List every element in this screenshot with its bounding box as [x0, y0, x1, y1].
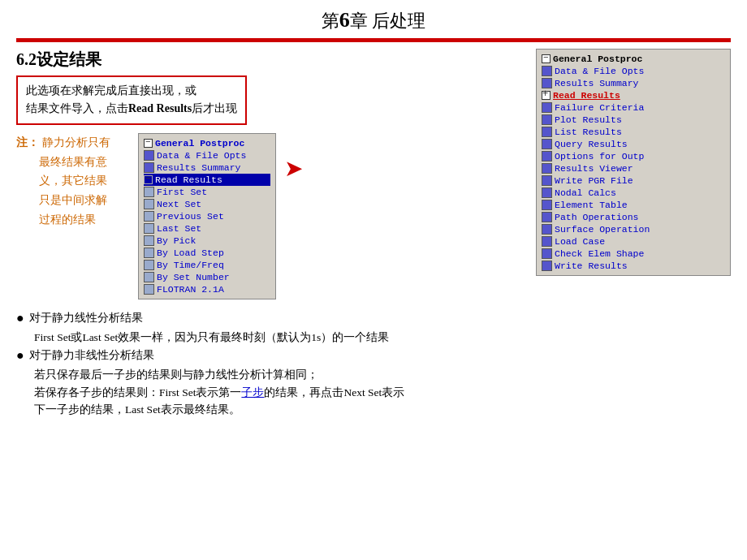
right-menu-list-results[interactable]: List Results: [542, 126, 725, 138]
menu-item-icon: [144, 162, 154, 173]
menu-item-icon: [144, 260, 154, 270]
right-menu-nodal-calcs[interactable]: Nodal Calcs: [542, 187, 725, 199]
right-minus-icon: [542, 54, 551, 63]
right-menu-path-operations[interactable]: Path Operations: [542, 211, 725, 223]
title-suffix: 章 后处理: [350, 11, 426, 31]
right-menu-data-file[interactable]: Data & File Opts: [542, 65, 725, 77]
inner-menu-results-summary[interactable]: Results Summary: [144, 162, 270, 174]
menu-item-icon: [542, 78, 552, 88]
bullet1: ● 对于静力线性分析结果: [16, 309, 731, 327]
right-menu-title: General Postproc: [542, 53, 725, 65]
menu-item-icon: [144, 235, 154, 246]
notice-line2: 结果文件导入，点击Read Results后才出现: [26, 100, 237, 118]
menu-item-icon: [144, 248, 154, 258]
bullet2: ● 对于静力非线性分析结果: [16, 347, 731, 364]
red-divider: [16, 38, 731, 42]
arrow-container: ➤: [284, 157, 301, 299]
inner-menu-flotran[interactable]: FLOTRAN 2.1A: [144, 283, 270, 295]
bullet-icon-1: ●: [16, 309, 24, 327]
inner-menu-previous-set[interactable]: Previous Set: [144, 210, 270, 222]
menu-item-icon: [144, 150, 154, 161]
menu-item-icon: [542, 114, 552, 125]
menu-item-icon: [542, 139, 552, 149]
inner-menu: General Postproc Data & File Opts Result…: [138, 133, 276, 299]
inner-menu-by-load-step[interactable]: By Load Step: [144, 247, 270, 259]
minus-icon-read: [144, 175, 153, 184]
menu-item-icon: [144, 199, 154, 209]
menu-item-icon: [542, 236, 552, 247]
chapter-num: 6: [339, 8, 350, 32]
menu-item-icon: [144, 284, 154, 295]
note-line5: 过程的结果: [39, 213, 96, 226]
inner-menu-last-set[interactable]: Last Set: [144, 222, 270, 235]
right-menu-write-results[interactable]: Write Results: [542, 260, 725, 272]
menu-item-icon: [542, 175, 552, 186]
bullet2-detail: 若只保存最后一子步的结果则与静力线性分析计算相同； 若保存各子步的结果则：Fir…: [16, 366, 731, 419]
menu-item-icon: [144, 187, 154, 197]
right-menu-query-results[interactable]: Query Results: [542, 138, 725, 150]
bullet-icon-2: ●: [16, 347, 24, 364]
section-title: 6.2设定结果: [16, 49, 528, 71]
menu-item-icon: [542, 127, 552, 137]
inner-menu-by-set-number[interactable]: By Set Number: [144, 271, 270, 283]
right-menu-load-case[interactable]: Load Case: [542, 235, 725, 248]
right-menu-surface-operation[interactable]: Surface Operation: [542, 223, 725, 235]
inner-menu-first-set[interactable]: First Set: [144, 186, 270, 198]
plus-icon: [542, 91, 551, 100]
right-menu-check-elem-shape[interactable]: Check Elem Shape: [542, 248, 725, 260]
menu-item-icon: [542, 66, 552, 76]
menu-item-icon: [542, 151, 552, 162]
right-menu-read-results[interactable]: Read Results: [542, 89, 725, 101]
right-menu-failure-criteria[interactable]: Failure Criteria: [542, 101, 725, 114]
menu-item-icon: [542, 200, 552, 210]
notice-box: 此选项在求解完成后直接出现，或 结果文件导入，点击Read Results后才出…: [16, 75, 247, 125]
right-menu-plot-results[interactable]: Plot Results: [542, 114, 725, 126]
notice-line1: 此选项在求解完成后直接出现，或: [26, 82, 237, 100]
right-menu-options-outp[interactable]: Options for Outp: [542, 150, 725, 162]
inner-menu-data-file[interactable]: Data & File Opts: [144, 149, 270, 162]
bullet1-detail: First Set或Last Set效果一样，因为只有最终时刻（默认为1s）的一…: [16, 329, 731, 347]
menu-item-icon: [542, 102, 552, 113]
menu-item-icon: [144, 211, 154, 222]
note-line2: 最终结果有意: [39, 156, 107, 168]
red-arrow: ➤: [284, 157, 303, 180]
inner-menu-read-results[interactable]: Read Results: [144, 174, 270, 186]
right-menu-write-pgr[interactable]: Write PGR File: [542, 174, 725, 187]
middle-area: 注： 静力分析只有 最终结果有意 义，其它结果 只是中间求解 过程的结果: [16, 133, 528, 299]
inner-menu-by-pick[interactable]: By Pick: [144, 235, 270, 247]
inner-menu-by-time-freq[interactable]: By Time/Freq: [144, 259, 270, 271]
menu-item-icon: [542, 163, 552, 174]
zibao-link[interactable]: 子步: [241, 386, 264, 398]
left-section: 6.2设定结果 此选项在求解完成后直接出现，或 结果文件导入，点击Read Re…: [16, 49, 528, 306]
note-line3: 义，其它结果: [39, 174, 107, 187]
menu-item-icon: [542, 212, 552, 222]
title-prefix: 第: [322, 11, 339, 31]
note-line4: 只是中间求解: [39, 194, 107, 206]
menu-item-icon: [542, 248, 552, 259]
inner-menu-title: General Postproc: [144, 137, 270, 149]
menu-item-icon: [542, 187, 552, 198]
menu-item-icon: [542, 261, 552, 271]
menu-item-icon: [144, 272, 154, 282]
right-menu: General Postproc Data & File Opts Result…: [536, 49, 731, 276]
right-section: General Postproc Data & File Opts Result…: [536, 49, 731, 306]
menu-item-icon: [542, 224, 552, 235]
bottom-section: ● 对于静力线性分析结果 First Set或Last Set效果一样，因为只有…: [0, 306, 747, 419]
right-menu-results-summary[interactable]: Results Summary: [542, 77, 725, 89]
main-content: 6.2设定结果 此选项在求解完成后直接出现，或 结果文件导入，点击Read Re…: [0, 49, 747, 306]
menu-item-icon: [144, 223, 154, 234]
right-menu-results-viewer[interactable]: Results Viewer: [542, 162, 725, 174]
note-label: 注：: [16, 136, 39, 149]
page-header: 第6章 后处理: [0, 0, 747, 37]
inner-menu-next-set[interactable]: Next Set: [144, 198, 270, 210]
note-section: 注： 静力分析只有 最终结果有意 义，其它结果 只是中间求解 过程的结果: [16, 133, 130, 299]
minus-icon: [144, 139, 153, 148]
right-menu-element-table[interactable]: Element Table: [542, 199, 725, 211]
note-line1: 静力分析只有: [42, 136, 110, 149]
